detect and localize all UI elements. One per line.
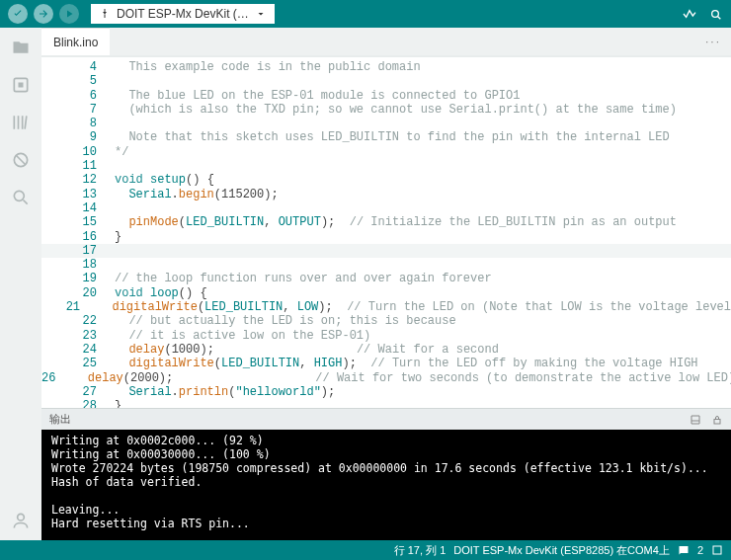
tab-row: Blink.ino ··· — [41, 28, 731, 55]
verify-button[interactable] — [8, 4, 28, 24]
chevron-down-icon — [255, 8, 267, 20]
code-text: Serial.begin(115200); — [115, 188, 731, 201]
arrow-right-icon — [38, 8, 49, 20]
code-text: delay(2000); // Wait for two seconds (to… — [73, 371, 731, 385]
code-line: 7 (which is also the TXD pin; so we cann… — [41, 103, 731, 117]
code-line: 22 // but actually the LED is on; this i… — [41, 314, 731, 328]
code-line: 15 pinMode(LED_BUILTIN, OUTPUT); // Init… — [41, 215, 731, 229]
code-text — [115, 117, 731, 130]
code-text: void loop() { — [115, 286, 731, 300]
line-number: 9 — [41, 130, 115, 144]
line-number: 16 — [41, 230, 115, 244]
line-number: 17 — [41, 244, 115, 258]
code-editor[interactable]: 4 This example code is in the public dom… — [41, 55, 731, 408]
code-line: 27 Serial.println("helloworld"); — [41, 385, 731, 399]
top-toolbar: DOIT ESP-Mx DevKit (… — [0, 0, 731, 28]
line-number: 24 — [41, 343, 115, 357]
code-text: } — [115, 399, 731, 408]
code-line: 18 — [41, 258, 731, 272]
code-line: 16} — [41, 230, 731, 244]
boards-manager-icon[interactable] — [11, 75, 31, 95]
account-icon[interactable] — [11, 511, 31, 530]
code-line: 21 digitalWrite(LED_BUILTIN, LOW); // Tu… — [41, 300, 731, 314]
code-text — [115, 201, 731, 215]
status-notif-count: 2 — [697, 544, 703, 556]
code-text — [115, 74, 731, 88]
line-number: 8 — [41, 117, 115, 130]
play-icon — [63, 8, 75, 20]
tab-label: Blink.ino — [53, 36, 98, 49]
line-number: 25 — [41, 357, 115, 370]
code-text: // but actually the LED is on; this is b… — [115, 314, 731, 328]
line-number: 23 — [41, 329, 115, 343]
code-text — [115, 244, 731, 258]
maximize-panel-icon[interactable] — [690, 414, 701, 426]
code-text: Note that this sketch uses LED_BUILTIN t… — [115, 130, 731, 144]
tab-more-icon[interactable]: ··· — [695, 35, 731, 48]
library-manager-icon[interactable] — [11, 113, 31, 132]
code-text: digitalWrite(LED_BUILTIN, LOW); // Turn … — [98, 300, 731, 314]
output-header: 输出 — [41, 408, 731, 430]
upload-button[interactable] — [34, 4, 53, 24]
svg-point-0 — [712, 11, 719, 18]
code-text: This example code is in the public domai… — [115, 60, 731, 74]
line-number: 10 — [41, 145, 115, 159]
line-number: 27 — [41, 385, 115, 399]
line-number: 5 — [41, 74, 115, 88]
code-line: 8 — [41, 117, 731, 130]
code-text: pinMode(LED_BUILTIN, OUTPUT); // Initial… — [115, 215, 731, 229]
line-number: 15 — [41, 215, 115, 229]
line-number: 11 — [41, 159, 115, 173]
line-number: 6 — [41, 89, 115, 103]
code-text — [115, 258, 731, 272]
code-line: 23 // it is active low on the ESP-01) — [41, 329, 731, 343]
close-panel-icon[interactable] — [711, 544, 723, 556]
svg-rect-6 — [714, 419, 720, 424]
debug-button[interactable] — [59, 4, 79, 24]
code-text: delay(1000); // Wait for a second — [115, 343, 731, 357]
code-line: 24 delay(1000); // Wait for a second — [41, 343, 731, 357]
serial-monitor-icon[interactable] — [707, 6, 723, 22]
code-line: 25 digitalWrite(LED_BUILTIN, HIGH); // T… — [41, 357, 731, 370]
code-text: // it is active low on the ESP-01) — [115, 329, 731, 343]
svg-rect-2 — [19, 83, 24, 88]
lock-icon[interactable] — [711, 414, 723, 426]
serial-plotter-icon[interactable] — [682, 6, 697, 22]
line-number: 22 — [41, 314, 115, 328]
line-number: 14 — [41, 201, 115, 215]
editor-area: Blink.ino ··· 4 This example code is in … — [41, 28, 731, 540]
line-number: 28 — [41, 399, 115, 408]
main-area: Blink.ino ··· 4 This example code is in … — [0, 28, 731, 540]
code-line: 28} — [41, 399, 731, 408]
status-bar: 行 17, 列 1 DOIT ESP-Mx DevKit (ESP8285) 在… — [0, 540, 731, 560]
code-line: 17 — [41, 244, 731, 258]
check-icon — [12, 8, 24, 20]
code-line: 4 This example code is in the public dom… — [41, 60, 731, 74]
code-line: 12void setup() { — [41, 173, 731, 187]
code-line: 14 — [41, 201, 731, 215]
code-line: 9 Note that this sketch uses LED_BUILTIN… — [41, 130, 731, 144]
notification-icon[interactable] — [678, 544, 690, 556]
status-board[interactable]: DOIT ESP-Mx DevKit (ESP8285) 在COM4上 — [453, 543, 670, 558]
disable-icon[interactable] — [11, 150, 31, 170]
code-line: 13 Serial.begin(115200); — [41, 188, 731, 201]
search-icon[interactable] — [11, 188, 31, 207]
line-number: 19 — [41, 272, 115, 285]
tab-blink[interactable]: Blink.ino — [41, 28, 110, 55]
board-label: DOIT ESP-Mx DevKit (… — [117, 7, 249, 21]
folder-icon[interactable] — [11, 38, 31, 57]
output-console[interactable]: Writing at 0x0002c000... (92 %) Writing … — [41, 430, 731, 540]
svg-rect-7 — [713, 546, 721, 554]
usb-icon — [99, 8, 111, 20]
line-number: 20 — [41, 286, 115, 300]
board-selector[interactable]: DOIT ESP-Mx DevKit (… — [91, 4, 275, 24]
code-line: 6 The blue LED on the ESP-01 module is c… — [41, 89, 731, 103]
code-text — [115, 159, 731, 173]
toolbar-right — [682, 6, 723, 22]
code-text: Serial.println("helloworld"); — [115, 385, 731, 399]
line-number: 13 — [41, 188, 115, 201]
line-number: 4 — [41, 60, 115, 74]
code-text: */ — [115, 145, 731, 159]
line-number: 12 — [41, 173, 115, 187]
code-text: digitalWrite(LED_BUILTIN, HIGH); // Turn… — [115, 357, 731, 370]
